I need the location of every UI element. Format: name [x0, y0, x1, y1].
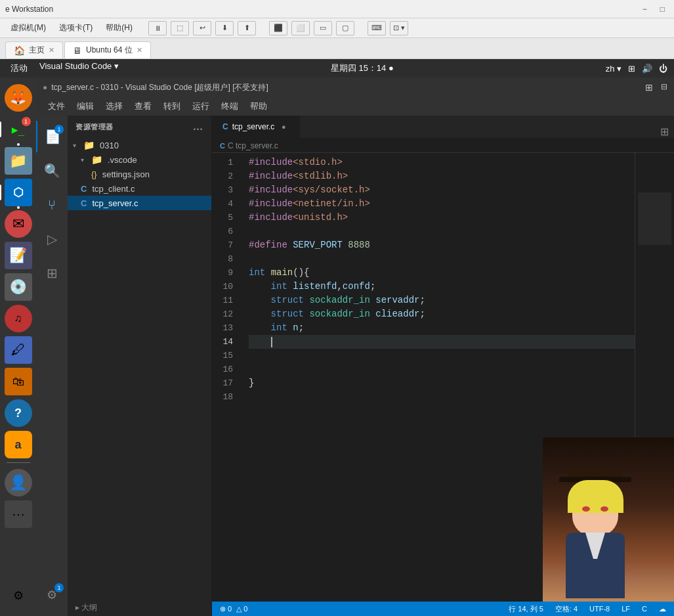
encoding-text: UTF-8: [589, 605, 610, 613]
email-icon: ✉: [12, 215, 24, 232]
dock-all-apps[interactable]: ⋯: [5, 500, 32, 528]
editor-layout-icon[interactable]: ⊞: [660, 125, 669, 138]
vscode-menu-goto[interactable]: 转到: [158, 99, 186, 114]
file-tree-settings[interactable]: {} settings.json: [68, 167, 211, 181]
dock-music[interactable]: ♫: [5, 305, 32, 332]
minimize-button[interactable]: −: [639, 3, 651, 15]
tab-close-button[interactable]: ●: [278, 121, 289, 132]
window-btn[interactable]: ▢: [336, 21, 354, 35]
ubuntu-dock: 🦊 ▶_ 1 📁 ⬡ ✉ 📝 💿 ♫ 🖊 🛍: [0, 77, 36, 616]
activity-explorer[interactable]: 📄 1: [36, 121, 68, 152]
maximize-button[interactable]: □: [656, 3, 669, 15]
fullscreen-btn[interactable]: ⬛: [269, 21, 287, 35]
statusbar-errors[interactable]: ⊗ 0 △ 0: [217, 605, 250, 613]
dock-files[interactable]: 📁: [5, 147, 32, 175]
vscode-menu-select[interactable]: 选择: [100, 99, 128, 114]
statusbar-encoding[interactable]: UTF-8: [587, 605, 612, 613]
c-file-icon-client: C: [81, 184, 87, 194]
vscode-split-icon[interactable]: ⊞: [645, 82, 653, 93]
code-line-5: #include<unistd.h>: [249, 211, 635, 225]
activity-bar: 📄 1 🔍 ⑂ ▷ ⊞ ⚙ 1: [36, 116, 68, 616]
amazon-icon: a: [14, 438, 21, 452]
folder-icon: 📁: [83, 140, 95, 150]
menu-help[interactable]: 帮助(H): [100, 20, 138, 36]
store-icon: 🛍: [12, 375, 24, 389]
code-line-8: [249, 252, 635, 266]
sidebar-more-button[interactable]: …: [193, 121, 204, 133]
tab-ubuntu[interactable]: 🖥 Ubuntu 64 位 ✕: [64, 41, 151, 58]
activity-search[interactable]: 🔍: [36, 155, 68, 187]
vscode-menu-terminal[interactable]: 终端: [216, 99, 243, 114]
sidebar-outline[interactable]: ▸ 大纲: [68, 600, 211, 616]
vscode-minimize-icon[interactable]: ⊟: [661, 82, 667, 93]
remote-btn[interactable]: ⊡ ▾: [390, 21, 408, 35]
activity-extensions[interactable]: ⊞: [36, 257, 68, 289]
statusbar-sync[interactable]: ☁: [656, 605, 669, 613]
gnome-power-icon[interactable]: ⏻: [659, 64, 667, 74]
vscode-folder-label: .vscode: [108, 155, 137, 165]
dock-terminal[interactable]: ▶_ 1: [5, 116, 32, 143]
activity-settings[interactable]: ⚙ 1: [36, 579, 68, 611]
dock-vscode[interactable]: ⬡: [5, 179, 32, 206]
writer-icon: 🖊: [11, 341, 26, 359]
vscode-menu-run[interactable]: 运行: [187, 99, 215, 114]
dock-email[interactable]: ✉: [5, 210, 32, 238]
code-line-4: #include<netinet/in.h>: [249, 197, 635, 211]
file-tree-vscode-folder[interactable]: ▾ 📁 .vscode: [68, 152, 211, 167]
menu-tabs[interactable]: 选项卡(T): [54, 20, 98, 36]
warning-icon: △: [236, 605, 242, 613]
view-btn[interactable]: ▭: [314, 21, 332, 35]
dock-store[interactable]: 🛍: [5, 368, 32, 395]
dock-amazon[interactable]: a: [5, 431, 32, 458]
activity-debug[interactable]: ▷: [36, 223, 68, 255]
file-tree-server[interactable]: C tcp_server.c: [68, 196, 211, 210]
ubuntu-tab-close[interactable]: ✕: [137, 46, 142, 55]
statusbar-eol[interactable]: LF: [619, 605, 633, 613]
source-control-icon: ⑂: [48, 198, 56, 213]
settings-badge: 1: [54, 583, 64, 592]
home-tab-close[interactable]: ✕: [49, 46, 54, 55]
dock-writer[interactable]: 🖊: [5, 336, 32, 364]
dock-firefox[interactable]: 🦊: [5, 84, 32, 112]
gnome-topbar-right: zh ▾ ⊞ 🔊 ⏻: [606, 64, 667, 74]
activity-source-control[interactable]: ⑂: [36, 189, 68, 221]
file-tree-root[interactable]: ▾ 📁 0310: [68, 138, 211, 152]
suspend-btn[interactable]: ⬇: [215, 21, 234, 35]
vscode-menu-edit[interactable]: 编辑: [72, 99, 99, 114]
text-cursor: [271, 337, 272, 347]
tab-home[interactable]: 🏠 主页 ✕: [5, 41, 63, 58]
vscode-menu-help[interactable]: 帮助: [245, 99, 272, 114]
console-btn[interactable]: ⌨: [368, 21, 386, 35]
statusbar-position[interactable]: 行 14, 列 5: [506, 604, 546, 614]
terminal-active-dot: [17, 143, 20, 146]
dock-settings[interactable]: ⚙: [5, 582, 32, 609]
dock-notes[interactable]: 📝: [5, 242, 32, 269]
gnome-activities-button[interactable]: 活动: [7, 61, 32, 76]
error-count: 0: [228, 605, 232, 613]
vscode-menu-view[interactable]: 查看: [129, 99, 157, 114]
file-tree-client[interactable]: C tcp_client.c: [68, 181, 211, 196]
menu-vm[interactable]: 虚拟机(M): [5, 20, 51, 36]
dock-help[interactable]: ?: [5, 399, 32, 427]
power-btn[interactable]: ⬆: [238, 21, 256, 35]
vscode-menu-file[interactable]: 文件: [43, 99, 70, 114]
gnome-app-name[interactable]: Visual Studio Code ▾: [39, 61, 119, 76]
user-icon: 👤: [9, 474, 27, 491]
pause-btn[interactable]: ⏸: [148, 21, 167, 35]
gnome-clock: 星期四 15：14 ●: [331, 62, 394, 74]
vscode-dot: ●: [43, 83, 47, 92]
dock-user[interactable]: 👤: [5, 469, 32, 496]
vscode-icon: ⬡: [13, 185, 24, 200]
editor-tab-server[interactable]: C tcp_server.c ●: [212, 116, 300, 138]
split-btn[interactable]: ⬜: [291, 21, 310, 35]
gnome-lang[interactable]: zh ▾: [606, 64, 621, 74]
statusbar-language[interactable]: C: [639, 605, 650, 613]
vmware-title-text: e Workstation: [5, 5, 53, 14]
screenshot-btn[interactable]: ⬚: [171, 21, 189, 35]
home-tab-label: 主页: [29, 45, 45, 56]
dock-disk[interactable]: 💿: [5, 273, 32, 301]
statusbar-indent[interactable]: 空格: 4: [553, 604, 580, 614]
code-line-17: }: [249, 376, 635, 390]
vscode-menubar: 文件 编辑 选择 查看 转到 运行 终端 帮助: [36, 97, 674, 116]
revert-btn[interactable]: ↩: [193, 21, 211, 35]
